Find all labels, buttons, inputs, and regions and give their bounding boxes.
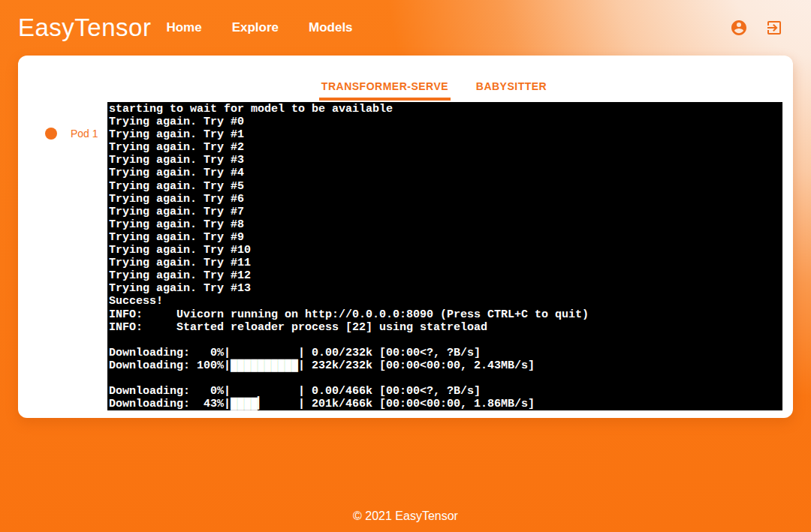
pod-label: Pod 1: [71, 128, 98, 140]
top-nav: EasyTensor Home Explore Models: [0, 0, 811, 56]
logout-button[interactable]: [765, 19, 783, 37]
terminal-output[interactable]: starting to wait for model to be availab…: [107, 102, 782, 410]
account-button[interactable]: [730, 19, 748, 37]
nav-icon-group: [730, 19, 783, 37]
nav-link-explore[interactable]: Explore: [232, 20, 279, 35]
nav-link-models[interactable]: Models: [309, 20, 353, 35]
logout-icon: [765, 19, 783, 37]
tab-babysitter[interactable]: BABYSITTER: [451, 72, 572, 101]
account-icon: [730, 19, 748, 37]
copyright-text: © 2021 EasyTensor: [353, 509, 458, 522]
pod-status-icon: [45, 128, 57, 140]
tab-transformer-serve[interactable]: TRANSFORMER-SERVE: [319, 72, 451, 101]
tab-transformer-serve-label: TRANSFORMER-SERVE: [321, 80, 448, 92]
page-background: EasyTensor Home Explore Models Pod 1: [0, 0, 811, 532]
pod-card: Pod 1 TRANSFORMER-SERVE BABYSITTER start…: [18, 56, 793, 418]
app-logo[interactable]: EasyTensor: [18, 14, 151, 42]
pod-item[interactable]: Pod 1: [45, 128, 98, 140]
nav-link-home[interactable]: Home: [166, 20, 201, 35]
nav-links: Home Explore Models: [166, 20, 352, 35]
footer: © 2021 EasyTensor: [0, 509, 811, 523]
active-tab-indicator: [319, 98, 451, 101]
tab-babysitter-label: BABYSITTER: [476, 80, 547, 92]
